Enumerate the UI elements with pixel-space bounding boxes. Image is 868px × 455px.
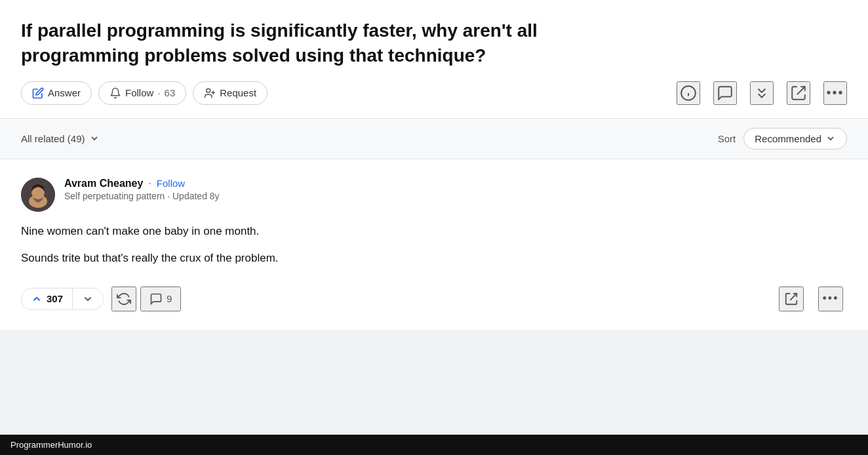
comment-count-icon [149,292,163,306]
request-label: Request [220,87,256,98]
answer-more-button[interactable]: ••• [818,287,843,311]
vote-section: 307 [21,288,104,310]
svg-point-0 [207,89,210,92]
chevron-down-icon [89,133,100,144]
question-actions: Answer Follow · 63 [21,81,847,105]
refresh-button[interactable] [111,287,136,311]
bell-icon [109,87,121,99]
all-related-label: All related (49) [21,133,85,144]
more-button[interactable]: ••• [823,81,847,105]
author-follow-button[interactable]: Follow [157,178,185,189]
author-name: Avram Cheaney [64,178,143,189]
author-dot: · [148,178,151,189]
refresh-icon [117,292,131,306]
follow-label: Follow [125,87,153,98]
answer-text: Nine women can't make one baby in one mo… [21,222,611,267]
sort-section: Sort Recommended [718,128,847,149]
answer-share-icon [784,292,799,306]
answer-button[interactable]: Answer [21,81,92,105]
info-button[interactable] [677,81,700,105]
all-related-dropdown[interactable]: All related (49) [21,133,100,144]
filter-bar: All related (49) Sort Recommended [0,119,868,159]
person-add-icon [204,87,216,99]
site-label: ProgrammerHumor.io [10,440,92,450]
downvote-vote-button[interactable] [73,288,103,309]
follow-button[interactable]: Follow · 63 [98,81,186,105]
upvote-icon [31,293,43,305]
comment-count: 9 [167,293,172,304]
follow-separator: · [157,87,160,98]
comment-icon-button[interactable] [713,81,737,105]
share-button[interactable] [787,81,810,105]
answers-section: Avram Cheaney · Follow Self perpetuating… [0,159,868,330]
answer-paragraph-2: Sounds trite but that's really the crux … [21,249,611,267]
answer-paragraph-1: Nine women can't make one baby in one mo… [21,222,611,240]
right-icons: ••• [779,287,847,311]
sort-option-label: Recommended [755,133,821,144]
downvote-button[interactable] [750,81,774,105]
question-title: If parallel programming is significantly… [21,18,611,68]
answer-label: Answer [48,87,81,98]
avatar-image [21,178,55,212]
sort-label: Sort [718,133,736,144]
more-icon: ••• [826,85,844,100]
author-info: Avram Cheaney · Follow Self perpetuating… [64,178,220,201]
downvote-icon [82,293,94,305]
request-button[interactable]: Request [193,81,267,105]
answer-share-button[interactable] [779,287,804,311]
sort-chevron-icon [825,133,836,144]
answer-header: Avram Cheaney · Follow Self perpetuating… [21,178,847,212]
upvote-count: 307 [47,293,63,304]
answer-more-icon: ••• [823,292,839,306]
follow-count: 63 [165,87,176,98]
question-section: If parallel programming is significantly… [0,0,868,119]
avatar [21,178,55,212]
author-line: Avram Cheaney · Follow [64,178,220,189]
answer-footer: 307 [21,287,847,311]
sort-dropdown[interactable]: Recommended [743,128,847,149]
bottom-bar: ProgrammerHumor.io [0,435,868,455]
comment-button[interactable]: 9 [140,287,181,311]
icon-actions: ••• [677,81,847,105]
answer-item: Avram Cheaney · Follow Self perpetuating… [21,178,847,311]
author-meta: Self perpetuating pattern · Updated 8y [64,191,220,201]
upvote-button[interactable]: 307 [22,288,73,309]
pencil-icon [32,87,44,99]
